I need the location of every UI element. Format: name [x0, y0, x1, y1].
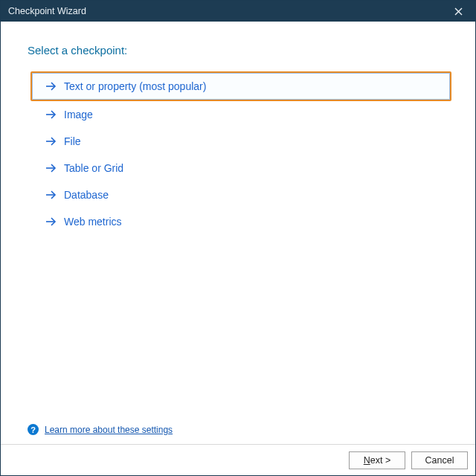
close-icon	[454, 7, 463, 16]
wizard-window: Checkpoint Wizard Select a checkpoint: T…	[0, 0, 476, 476]
cancel-button[interactable]: Cancel	[411, 451, 468, 469]
checkpoint-option-label: Table or Grid	[64, 162, 123, 174]
checkpoint-option-label: Database	[64, 189, 109, 201]
arrow-right-icon	[45, 216, 57, 227]
checkpoint-option-label: Image	[64, 109, 93, 120]
checkpoint-option[interactable]: File	[30, 128, 451, 155]
checkpoint-option-label: File	[64, 135, 81, 147]
arrow-right-icon	[45, 190, 57, 200]
arrow-right-icon	[45, 109, 57, 120]
arrow-right-icon	[45, 81, 57, 91]
prompt-text: Select a checkpoint:	[28, 44, 454, 57]
help-icon: ?	[28, 424, 39, 435]
help-link[interactable]: Learn more about these settings	[45, 425, 173, 435]
checkpoint-option[interactable]: Database	[30, 181, 451, 208]
content-area: Select a checkpoint: Text or property (m…	[1, 22, 475, 444]
checkpoint-option[interactable]: Table or Grid	[30, 155, 451, 181]
checkpoint-option[interactable]: Text or property (most popular)	[30, 71, 451, 101]
checkpoint-options: Text or property (most popular)ImageFile…	[28, 71, 454, 235]
footer: Next > Cancel	[1, 444, 475, 475]
checkpoint-option-label: Text or property (most popular)	[64, 80, 206, 92]
checkpoint-option[interactable]: Web metrics	[30, 208, 451, 235]
arrow-right-icon	[45, 136, 57, 147]
titlebar: Checkpoint Wizard	[1, 1, 475, 22]
window-title: Checkpoint Wizard	[8, 6, 86, 16]
help-row: ? Learn more about these settings	[28, 424, 173, 435]
next-button[interactable]: Next >	[349, 451, 405, 469]
close-button[interactable]	[447, 1, 469, 22]
checkpoint-option-label: Web metrics	[64, 216, 122, 228]
arrow-right-icon	[45, 163, 57, 173]
checkpoint-option[interactable]: Image	[30, 101, 451, 128]
